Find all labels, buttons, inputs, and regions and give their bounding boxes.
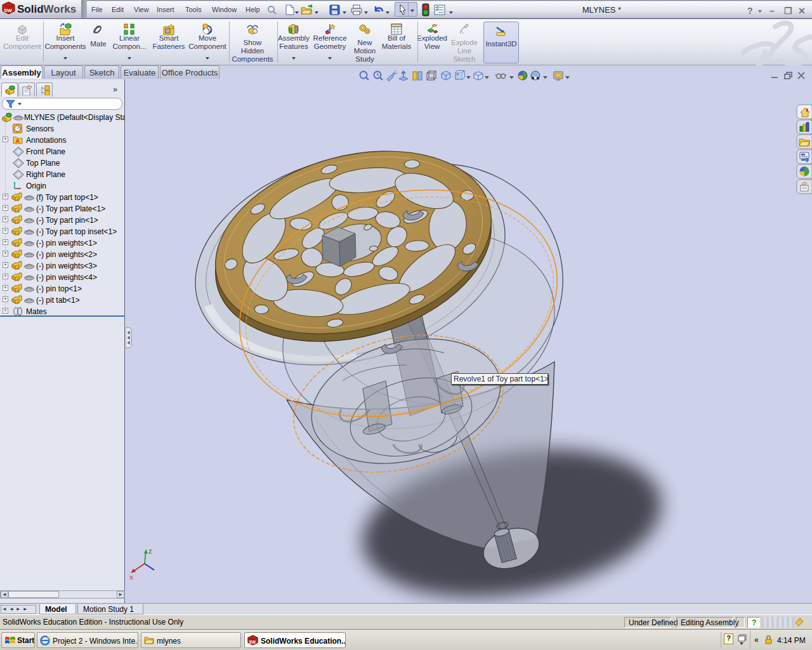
svg-text:Z: Z: [148, 548, 152, 555]
svg-text:A: A: [16, 138, 20, 144]
svg-text:SW: SW: [249, 640, 256, 644]
svg-text:SW: SW: [4, 8, 12, 13]
svg-text:X: X: [129, 574, 133, 581]
